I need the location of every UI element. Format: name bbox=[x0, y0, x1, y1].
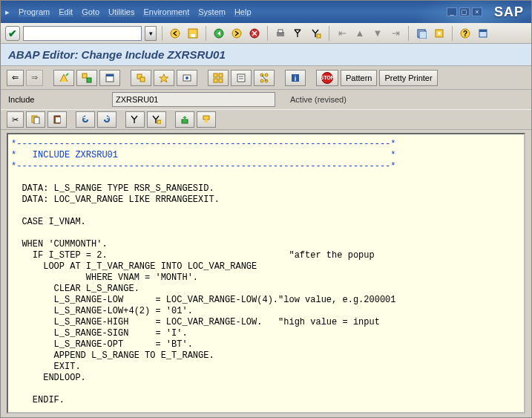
menu-help[interactable]: Help bbox=[234, 7, 252, 16]
object-list-button[interactable] bbox=[231, 70, 252, 86]
find-editor-button[interactable] bbox=[125, 111, 145, 128]
next-page-icon[interactable]: ▼ bbox=[370, 26, 385, 41]
first-page-icon[interactable]: ⇤ bbox=[335, 26, 349, 41]
svg-rect-43 bbox=[157, 120, 161, 124]
svg-point-33 bbox=[265, 74, 268, 76]
active-inactive-button[interactable] bbox=[76, 70, 97, 86]
cut-button[interactable]: ✂ bbox=[7, 111, 24, 128]
test-button[interactable] bbox=[177, 70, 197, 86]
window-controls: _ ▢ × bbox=[447, 7, 482, 16]
find-icon[interactable] bbox=[291, 26, 306, 41]
menu-system[interactable]: System bbox=[198, 7, 226, 16]
command-field[interactable] bbox=[23, 26, 142, 41]
exit-icon[interactable] bbox=[229, 26, 244, 41]
svg-text:?: ? bbox=[463, 30, 467, 38]
svg-point-24 bbox=[185, 76, 188, 79]
code-editor[interactable]: *---------------------------------------… bbox=[7, 133, 525, 414]
where-used-button[interactable] bbox=[208, 70, 229, 86]
svg-point-34 bbox=[260, 79, 263, 82]
include-field[interactable] bbox=[112, 92, 275, 107]
nav-stack-button[interactable] bbox=[254, 70, 275, 86]
save-icon[interactable] bbox=[185, 26, 200, 41]
svg-rect-17 bbox=[82, 74, 87, 78]
svg-rect-7 bbox=[278, 30, 283, 33]
print-icon[interactable] bbox=[273, 26, 288, 41]
svg-rect-28 bbox=[219, 79, 223, 82]
svg-rect-20 bbox=[106, 74, 114, 76]
svg-rect-16 bbox=[479, 30, 487, 32]
display-toggle-button[interactable] bbox=[53, 70, 74, 86]
menu-utilities[interactable]: Utilities bbox=[108, 7, 134, 16]
paste-button[interactable] bbox=[47, 111, 67, 128]
menu-goto[interactable]: Goto bbox=[82, 7, 99, 16]
editor-toolbar: ✂ bbox=[1, 109, 531, 130]
app-toolbar: ⇐ ⇒ i STOP Pattern Pretty Printer bbox=[1, 66, 531, 90]
svg-rect-10 bbox=[419, 31, 427, 39]
menu-environment[interactable]: Environment bbox=[143, 7, 189, 16]
close-button[interactable]: × bbox=[472, 7, 482, 16]
menu-program[interactable]: Program bbox=[19, 7, 50, 16]
help-app-button[interactable]: i bbox=[285, 70, 306, 86]
svg-rect-25 bbox=[214, 74, 217, 77]
svg-point-0 bbox=[171, 29, 180, 38]
info-row: Include Active (revised) bbox=[1, 90, 531, 109]
menu-bar: ▸ Program Edit Goto Utilities Environmen… bbox=[5, 7, 252, 17]
svg-rect-40 bbox=[34, 117, 39, 124]
title-bar: ▸ Program Edit Goto Utilities Environmen… bbox=[1, 1, 531, 23]
help-icon[interactable]: ? bbox=[458, 26, 473, 41]
pretty-printer-button[interactable]: Pretty Printer bbox=[379, 70, 437, 86]
svg-rect-29 bbox=[237, 74, 245, 82]
enter-button[interactable]: ✔ bbox=[5, 26, 20, 41]
page-header: ABAP Editor: Change Include ZXRSRU01 bbox=[1, 44, 531, 66]
maximize-button[interactable]: ▢ bbox=[459, 7, 470, 16]
download-button[interactable] bbox=[197, 111, 216, 128]
svg-rect-26 bbox=[219, 74, 223, 77]
svg-rect-42 bbox=[56, 117, 60, 123]
status-text: Active (revised) bbox=[290, 95, 347, 104]
sap-logo: SAP bbox=[487, 4, 531, 20]
svg-rect-2 bbox=[191, 34, 195, 37]
shortcut-icon[interactable] bbox=[432, 26, 447, 41]
svg-rect-8 bbox=[317, 34, 321, 38]
breakpoint-button[interactable]: STOP bbox=[316, 70, 338, 86]
svg-rect-18 bbox=[87, 78, 91, 82]
minimize-button[interactable]: _ bbox=[447, 7, 457, 16]
upload-button[interactable] bbox=[175, 111, 194, 128]
command-dropdown[interactable]: ▾ bbox=[145, 26, 157, 41]
back-green-icon[interactable] bbox=[211, 26, 226, 41]
standard-toolbar: ✔ ▾ ⇤ ▲ ▼ ⇥ ? bbox=[1, 23, 531, 44]
page-title: ABAP Editor: Change Include ZXRSRU01 bbox=[8, 48, 524, 61]
layout-icon[interactable] bbox=[476, 26, 490, 41]
nav-fwd-button[interactable]: ⇒ bbox=[26, 70, 43, 86]
svg-point-12 bbox=[438, 32, 441, 35]
menu-edit[interactable]: Edit bbox=[59, 7, 73, 16]
check-button[interactable] bbox=[131, 70, 151, 86]
find-replace-button[interactable] bbox=[147, 111, 166, 128]
prev-page-icon[interactable]: ▲ bbox=[352, 26, 367, 41]
last-page-icon[interactable]: ⇥ bbox=[388, 26, 403, 41]
undo-button[interactable] bbox=[76, 111, 95, 128]
svg-rect-27 bbox=[214, 79, 217, 82]
svg-text:i: i bbox=[295, 75, 297, 82]
pattern-button[interactable]: Pattern bbox=[341, 70, 377, 86]
new-session-icon[interactable] bbox=[414, 26, 429, 41]
include-label: Include bbox=[8, 95, 105, 104]
redo-button[interactable] bbox=[97, 111, 116, 128]
copy-button[interactable] bbox=[26, 111, 45, 128]
svg-rect-22 bbox=[140, 77, 145, 82]
find-next-icon[interactable] bbox=[309, 26, 324, 41]
menu-icon[interactable]: ▸ bbox=[5, 7, 10, 17]
cancel-icon[interactable] bbox=[247, 26, 262, 41]
nav-back-button[interactable]: ⇐ bbox=[7, 70, 24, 86]
svg-point-4 bbox=[232, 29, 241, 38]
back-icon[interactable] bbox=[168, 26, 183, 41]
activate-button[interactable] bbox=[154, 70, 174, 86]
other-object-button[interactable] bbox=[99, 70, 120, 86]
